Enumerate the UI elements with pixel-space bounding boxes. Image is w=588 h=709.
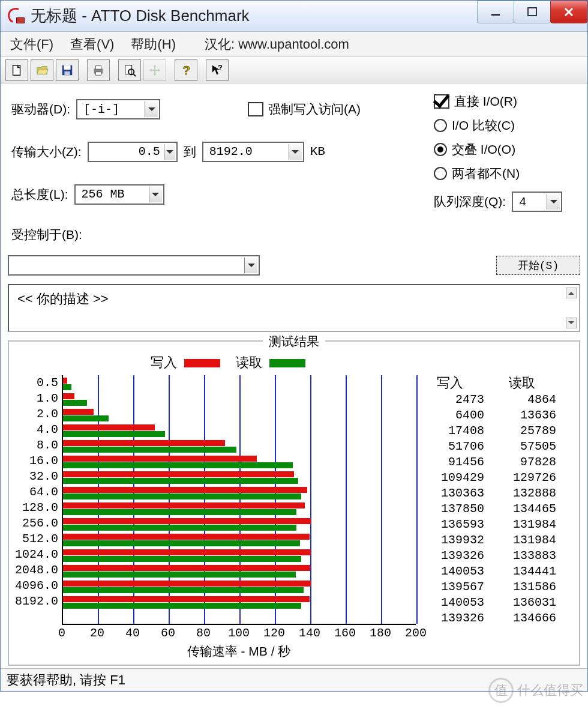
chart-plot (62, 375, 416, 625)
results-group: 测试结果 写入 读取 0.51.02.04.08.016.032.064.012… (8, 340, 580, 666)
results-title: 测试结果 (263, 333, 325, 350)
svg-rect-1 (528, 8, 536, 16)
svg-rect-4 (64, 65, 71, 69)
chart-y-labels: 0.51.02.04.08.016.032.064.0128.0256.0512… (14, 375, 62, 626)
transfer-from-combo[interactable]: 0.5 (88, 142, 178, 162)
drive-label: 驱动器(D): (8, 97, 70, 121)
help-icon[interactable]: ? (175, 59, 197, 81)
svg-text:?: ? (218, 64, 223, 72)
menu-view[interactable]: 查看(V) (70, 35, 114, 53)
total-label: 总长度(L): (8, 183, 68, 207)
legend-write-swatch (184, 359, 220, 367)
app-window: 无标题 - ATTO Disk Benchmark 文件(F) 查看(V) 帮助… (0, 0, 588, 692)
menu-help[interactable]: 帮助(H) (131, 35, 176, 53)
queue-combo[interactable]: 4 (512, 192, 562, 212)
client-area: 驱动器(D): [-i-] 强制写入访问(A) 直接 I/O(R) I/O 比较… (1, 83, 587, 668)
scroll-down-icon[interactable] (566, 318, 577, 328)
write-column: 写入 2473640017408517069145610942913036313… (416, 375, 488, 626)
queue-label: 队列深度(Q): (434, 193, 506, 210)
total-combo[interactable]: 256 MB (74, 184, 164, 205)
legend-read-swatch (269, 359, 305, 367)
drive-combo[interactable]: [-i-] (76, 99, 160, 119)
svg-line-11 (133, 74, 136, 76)
chart-legend: 写入 读取 (0, 354, 574, 372)
transfer-label: 传输大小(Z): (8, 140, 82, 164)
svg-rect-0 (491, 14, 500, 16)
print-icon[interactable] (87, 59, 110, 81)
window-title: 无标题 - ATTO Disk Benchmark (31, 5, 250, 26)
maximize-button[interactable] (514, 1, 551, 23)
minimize-button[interactable] (477, 1, 514, 23)
app-icon (8, 8, 25, 25)
save-icon[interactable] (56, 59, 79, 81)
to-label: 到 (184, 143, 196, 160)
overlap-io-radio[interactable]: 交叠 I/O(O) (434, 140, 588, 159)
svg-rect-8 (95, 71, 101, 75)
svg-rect-7 (95, 65, 101, 69)
new-icon[interactable] (5, 59, 28, 81)
preview-icon[interactable] (118, 59, 141, 81)
menu-bar: 文件(F) 查看(V) 帮助(H) 汉化: www.upantool.com (1, 32, 587, 57)
svg-text:?: ? (183, 64, 190, 77)
chart-x-axis: 020406080100120140160180200 (62, 626, 416, 643)
scroll-up-icon[interactable] (566, 288, 577, 298)
direct-io-checkbox[interactable]: 直接 I/O(R) (434, 92, 588, 111)
menu-credit: 汉化: www.upantool.com (205, 35, 349, 53)
move-icon[interactable] (143, 59, 166, 81)
unit-label: KB (310, 145, 325, 158)
context-help-icon[interactable]: ? (206, 59, 229, 81)
neither-radio[interactable]: 两者都不(N) (434, 164, 588, 183)
force-write-checkbox[interactable]: 强制写入访问(A) (248, 92, 434, 127)
open-icon[interactable] (31, 59, 53, 81)
io-compare-radio[interactable]: I/O 比较(C) (434, 116, 588, 135)
start-button[interactable]: 开始(S) (496, 256, 580, 275)
menu-file[interactable]: 文件(F) (10, 35, 53, 53)
chart-x-label: 传输速率 - MB / 秒 (62, 643, 416, 660)
controlled-label: 受控制于(B): (8, 223, 580, 247)
description-box[interactable]: << 你的描述 >> (8, 284, 580, 332)
watermark: 值什么值得买 (488, 675, 584, 692)
toolbar: ? ? (1, 57, 587, 83)
title-bar[interactable]: 无标题 - ATTO Disk Benchmark (1, 1, 587, 32)
controlled-combo[interactable] (8, 255, 260, 276)
transfer-to-combo[interactable]: 8192.0 (202, 142, 304, 162)
svg-rect-2 (13, 65, 20, 75)
svg-rect-5 (64, 71, 70, 74)
close-button[interactable] (550, 1, 587, 23)
read-column: 读取 4864136362578957505978281297261328881… (488, 375, 560, 626)
